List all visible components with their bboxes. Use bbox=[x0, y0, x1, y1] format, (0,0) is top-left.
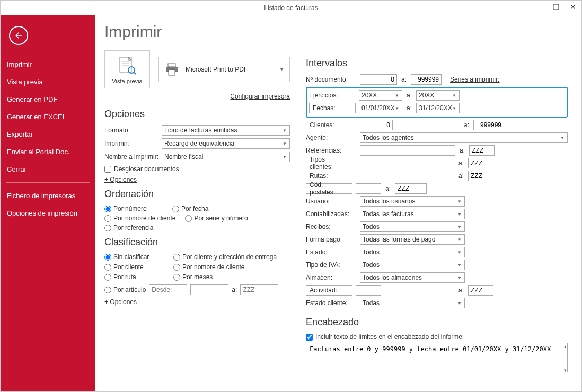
highlighted-filters: Ejercicios: 20XX▼ a: 20XX▼ Fechas: 01/01… bbox=[306, 87, 568, 118]
a-label: a: bbox=[405, 92, 413, 99]
recibos-label: Recibos: bbox=[306, 223, 357, 230]
encabezado-textarea[interactable] bbox=[306, 343, 568, 372]
almacen-select[interactable]: Todos los almacenes▼ bbox=[360, 272, 465, 283]
almacen-label: Almacén: bbox=[306, 274, 357, 281]
actividad-from-input[interactable] bbox=[356, 285, 381, 296]
ejercicios-from-select[interactable]: 20XX▼ bbox=[359, 90, 402, 101]
fechas-label[interactable]: Fechas: bbox=[309, 103, 356, 113]
nombre-select[interactable]: Nombre fiscal▼ bbox=[162, 152, 290, 162]
close-icon[interactable]: ✕ bbox=[567, 2, 579, 12]
scroll-down-icon[interactable]: ▾ bbox=[564, 368, 567, 373]
articulo-a-label: a: bbox=[232, 286, 237, 293]
ndoc-from-input[interactable] bbox=[360, 74, 397, 85]
usuario-select[interactable]: Todos los usuarios▼ bbox=[360, 196, 465, 207]
tipo-iva-select[interactable]: Todos▼ bbox=[360, 260, 465, 270]
rutas-from-input[interactable] bbox=[356, 171, 381, 181]
clientes-to-input[interactable] bbox=[473, 120, 504, 130]
contabilizadas-select[interactable]: Todas las facturas▼ bbox=[360, 209, 465, 219]
cod-postales-label[interactable]: Cód. postales: bbox=[306, 183, 352, 194]
articulo-desde-input[interactable] bbox=[149, 284, 187, 295]
clasificacion-more-link[interactable]: + Opciones bbox=[104, 298, 137, 306]
vista-previa-button[interactable]: Vista previa bbox=[104, 50, 150, 88]
tipos-clientes-label[interactable]: Tipos clientes: bbox=[306, 158, 352, 168]
incluir-texto-checkbox[interactable] bbox=[306, 334, 313, 341]
rutas-to-input[interactable] bbox=[468, 171, 493, 181]
series-link[interactable]: Series a imprimir: bbox=[450, 76, 499, 83]
chevron-down-icon: ▼ bbox=[279, 67, 284, 72]
agente-select[interactable]: Todos los agentes▼ bbox=[360, 132, 568, 143]
rutas-label[interactable]: Rutas: bbox=[306, 171, 352, 181]
page-title: Imprimir bbox=[104, 23, 290, 41]
chevron-down-icon: ▼ bbox=[457, 237, 462, 242]
imprimir-select[interactable]: Recargo de equivalencia▼ bbox=[162, 138, 290, 149]
sidebar-item-imprimir[interactable]: Imprimir bbox=[1, 56, 95, 73]
forma-pago-select[interactable]: Todas las formas de pago▼ bbox=[360, 234, 465, 245]
a-label: a: bbox=[458, 147, 466, 154]
clientes-from-input[interactable] bbox=[356, 120, 393, 130]
sidebar-item-generar-excel[interactable]: Generar en EXCEL bbox=[1, 108, 95, 126]
radio-por-numero[interactable]: Por número bbox=[104, 205, 163, 212]
clientes-label[interactable]: Clientes: bbox=[306, 120, 352, 130]
sidebar-item-generar-pdf[interactable]: Generar en PDF bbox=[1, 91, 95, 108]
cod-postales-from-input[interactable] bbox=[356, 183, 381, 194]
estado-label: Estado: bbox=[306, 248, 357, 256]
sidebar-divider bbox=[6, 182, 90, 183]
usuario-label: Usuario: bbox=[306, 198, 357, 205]
estado-cliente-select[interactable]: Todas▼ bbox=[360, 298, 465, 308]
fechas-from-select[interactable]: 01/01/20XX▼ bbox=[359, 103, 402, 113]
sidebar-item-enviar-portal[interactable]: Enviar al Portal Doc. bbox=[1, 143, 95, 161]
radio-sin-clasificar[interactable]: Sin clasificar bbox=[104, 253, 157, 261]
radio-por-fecha[interactable]: Por fecha bbox=[172, 205, 231, 212]
back-button[interactable] bbox=[9, 26, 28, 45]
radio-por-ruta[interactable]: Por ruta bbox=[104, 273, 157, 281]
svg-line-5 bbox=[134, 72, 136, 74]
ejercicios-to-select[interactable]: 20XX▼ bbox=[416, 90, 460, 101]
referencias-from-input[interactable] bbox=[360, 145, 455, 156]
referencias-to-input[interactable] bbox=[469, 145, 495, 156]
titlebar: Listado de facturas ❐ ✕ bbox=[1, 1, 581, 15]
formato-select[interactable]: Libro de facturas emitidas▼ bbox=[162, 125, 290, 136]
sidebar-item-fichero-impresoras[interactable]: Fichero de impresoras bbox=[1, 187, 95, 204]
sidebar-item-exportar[interactable]: Exportar bbox=[1, 126, 95, 143]
cod-postales-to-input[interactable] bbox=[395, 183, 427, 194]
actividad-to-input[interactable] bbox=[468, 285, 493, 296]
ndoc-label: Nº documento: bbox=[306, 76, 357, 83]
radio-por-articulo[interactable]: Por artículo bbox=[104, 286, 146, 293]
articulo-from-input[interactable] bbox=[190, 284, 228, 295]
scroll-up-icon[interactable]: ▴ bbox=[564, 344, 567, 349]
ndoc-to-input[interactable] bbox=[411, 74, 442, 85]
formato-label: Formato: bbox=[104, 127, 162, 134]
estado-cliente-label: Estado cliente: bbox=[306, 299, 357, 307]
chevron-down-icon: ▼ bbox=[560, 136, 565, 140]
radio-por-nombre-cliente[interactable]: Por nombre de cliente bbox=[104, 215, 175, 222]
radio-cliente-direccion[interactable]: Por cliente y dirección de entrega bbox=[173, 253, 277, 261]
desglosar-checkbox[interactable] bbox=[104, 166, 111, 173]
recibos-select[interactable]: Todos▼ bbox=[360, 221, 465, 232]
estado-select[interactable]: Todos▼ bbox=[360, 247, 465, 257]
sidebar-item-cerrar[interactable]: Cerrar bbox=[1, 161, 95, 178]
printer-select[interactable]: Microsoft Print to PDF ▼ bbox=[158, 57, 290, 82]
actividad-label[interactable]: Actividad: bbox=[306, 285, 352, 296]
tipos-clientes-from-input[interactable] bbox=[356, 158, 381, 168]
radio-por-serie-numero[interactable]: Por serie y número bbox=[185, 215, 248, 222]
a-label: a: bbox=[457, 159, 465, 167]
radio-por-meses[interactable]: Por meses bbox=[173, 273, 226, 281]
intervalos-heading: Intervalos bbox=[306, 58, 568, 69]
opciones-more-link[interactable]: + Opciones bbox=[104, 176, 137, 183]
fechas-to-select[interactable]: 31/12/20XX▼ bbox=[416, 103, 460, 113]
chevron-down-icon: ▼ bbox=[457, 225, 462, 229]
tipos-clientes-to-input[interactable] bbox=[468, 158, 493, 168]
window-title: Listado de facturas bbox=[264, 4, 318, 12]
chevron-down-icon: ▼ bbox=[457, 212, 462, 217]
articulo-to-input[interactable] bbox=[240, 284, 278, 295]
sidebar-item-opciones-impresion[interactable]: Opciones de impresión bbox=[1, 204, 95, 222]
config-printer-link[interactable]: Configurar impresora bbox=[230, 93, 290, 100]
radio-nombre-cliente[interactable]: Por nombre de cliente bbox=[173, 263, 244, 271]
sidebar-item-vista-previa[interactable]: Vista previa bbox=[1, 73, 95, 91]
a-label: a: bbox=[463, 121, 470, 129]
printer-name: Microsoft Print to PDF bbox=[186, 66, 248, 73]
radio-por-referencia[interactable]: Por referencia bbox=[104, 224, 163, 231]
radio-por-cliente[interactable]: Por cliente bbox=[104, 263, 157, 271]
a-label: a: bbox=[457, 172, 465, 180]
maximize-icon[interactable]: ❐ bbox=[550, 2, 562, 12]
